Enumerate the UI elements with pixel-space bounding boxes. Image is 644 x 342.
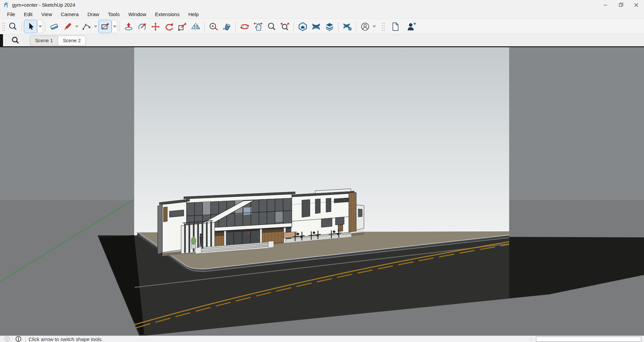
menu-extensions[interactable]: Extensions (151, 10, 184, 18)
minimize-icon (603, 3, 607, 7)
follow-me-tool-icon[interactable] (135, 20, 149, 33)
scene-tab-1[interactable]: Scene 1 (30, 36, 58, 46)
arc-options-caret[interactable] (93, 20, 98, 33)
menu-help[interactable]: Help (184, 10, 203, 18)
wood-end-panel (349, 192, 356, 232)
extension-manager-icon[interactable] (340, 20, 354, 33)
sketchup-logo-icon (3, 2, 9, 8)
new-document-icon[interactable] (388, 20, 402, 33)
3d-warehouse-icon[interactable] (296, 20, 309, 33)
scene-tab-2[interactable]: Scene 2 (58, 36, 86, 46)
shapes-tool-icon[interactable] (98, 20, 112, 33)
scale-tool-icon[interactable] (175, 20, 189, 33)
close-icon (634, 3, 638, 7)
measurements-separator (531, 337, 531, 341)
menu-camera[interactable]: Camera (56, 10, 83, 18)
toolbar-grip[interactable] (381, 21, 385, 32)
statusbar-hint: Click arrow to switch shape tools. (29, 336, 103, 342)
window-title: gym+center - SketchUp 2024 (12, 2, 75, 8)
menu-edit[interactable]: Edit (19, 10, 37, 18)
viewport-canvas[interactable] (0, 47, 644, 336)
scene-tab-bar: Scene 1 Scene 2 (0, 35, 644, 47)
tape-measure-tool-icon[interactable] (207, 20, 220, 33)
title-bar: gym+center - SketchUp 2024 (0, 0, 644, 10)
line-options-caret[interactable] (74, 20, 79, 33)
info-icon[interactable] (14, 336, 23, 342)
pan-tool-icon[interactable] (251, 20, 265, 33)
statusbar-separator (25, 337, 26, 342)
geolocation-icon[interactable] (3, 336, 11, 342)
shapes-options-caret[interactable] (112, 20, 117, 33)
search-icon[interactable] (6, 20, 19, 33)
arc-tool-icon[interactable] (79, 20, 93, 33)
account-options-caret[interactable] (372, 20, 377, 33)
close-button[interactable] (629, 0, 644, 10)
zoom-tool-icon[interactable] (265, 20, 278, 33)
account-icon[interactable] (358, 20, 372, 33)
push-pull-tool-icon[interactable] (122, 20, 135, 33)
menu-window[interactable]: Window (124, 10, 151, 18)
minimize-button[interactable] (598, 0, 613, 10)
move-tool-icon[interactable] (149, 20, 162, 33)
flip-tool-icon[interactable] (189, 20, 202, 33)
building-right-block (285, 189, 364, 238)
select-tool-icon[interactable] (24, 20, 37, 33)
menu-file[interactable]: File (3, 10, 19, 18)
extension-warehouse-icon[interactable] (309, 20, 323, 33)
paint-bucket-tool-icon[interactable] (220, 20, 233, 33)
scene-search-icon[interactable] (10, 35, 21, 46)
select-options-caret[interactable] (37, 20, 43, 33)
status-bar: Click arrow to switch shape tools. (0, 336, 644, 342)
zoom-extents-tool-icon[interactable] (278, 20, 291, 33)
add-people-icon[interactable] (405, 20, 418, 33)
menu-tools[interactable]: Tools (104, 10, 124, 18)
restore-icon (619, 3, 623, 7)
main-toolbar (0, 18, 644, 35)
menu-draw[interactable]: Draw (83, 10, 104, 18)
toolbar-grip[interactable] (2, 21, 5, 32)
orbit-tool-icon[interactable] (238, 20, 251, 33)
eraser-tool-icon[interactable] (47, 20, 61, 33)
line-tool-icon[interactable] (61, 20, 74, 33)
scenebar-edge-strip (0, 34, 3, 47)
restore-button[interactable] (613, 0, 629, 10)
menu-view[interactable]: View (37, 10, 56, 18)
styles-layers-icon[interactable] (323, 20, 336, 33)
rotate-tool-icon[interactable] (162, 20, 175, 33)
menu-bar: File Edit View Camera Draw Tools Window … (0, 10, 644, 18)
measurements-input[interactable] (536, 337, 641, 342)
